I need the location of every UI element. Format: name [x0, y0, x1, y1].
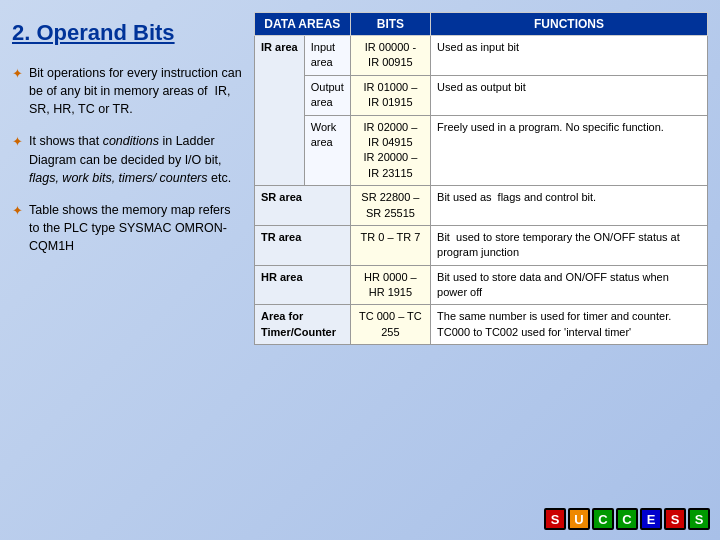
bits-ir-input: IR 00000 -IR 00915 — [350, 36, 430, 76]
bullet-section: ✦ Bit operations for every instruction c… — [12, 64, 242, 255]
table-row: HR area HR 0000 – HR 1915 Bit used to st… — [255, 265, 708, 305]
area-tc: Area forTimer/Counter — [255, 305, 351, 345]
func-ir-output: Used as output bit — [431, 75, 708, 115]
bullet-diamond-3: ✦ — [12, 203, 23, 218]
success-s1: S — [544, 508, 566, 530]
table-row: Outputarea IR 01000 –IR 01915 Used as ou… — [255, 75, 708, 115]
bits-ir-output: IR 01000 –IR 01915 — [350, 75, 430, 115]
success-s2: S — [664, 508, 686, 530]
table-row: Area forTimer/Counter TC 000 – TC 255 Th… — [255, 305, 708, 345]
area-tr: TR area — [255, 225, 351, 265]
func-tr: Bit used to store temporary the ON/OFF s… — [431, 225, 708, 265]
bits-hr: HR 0000 – HR 1915 — [350, 265, 430, 305]
sub-work-area: Workarea — [304, 115, 350, 186]
success-s3: S — [688, 508, 710, 530]
bits-sr: SR 22800 –SR 25515 — [350, 186, 430, 226]
bullet-text-1: Bit operations for every instruction can… — [29, 64, 242, 118]
func-ir-input: Used as input bit — [431, 36, 708, 76]
header-data-areas: DATA AREAS — [255, 13, 351, 36]
success-badge: S U C C E S S — [544, 508, 710, 530]
bits-tr: TR 0 – TR 7 — [350, 225, 430, 265]
table-row: TR area TR 0 – TR 7 Bit used to store te… — [255, 225, 708, 265]
table-row: IR area Inputarea IR 00000 -IR 00915 Use… — [255, 36, 708, 76]
header-functions: FUNCTIONS — [431, 13, 708, 36]
data-table: DATA AREAS BITS FUNCTIONS IR area Inputa… — [254, 12, 708, 345]
bullet-diamond-2: ✦ — [12, 134, 23, 149]
area-ir: IR area — [255, 36, 305, 186]
success-u: U — [568, 508, 590, 530]
bullet-text-2: It shows that conditions in Ladder Diagr… — [29, 132, 242, 186]
func-sr: Bit used as flags and control bit. — [431, 186, 708, 226]
func-tc: The same number is used for timer and co… — [431, 305, 708, 345]
func-hr: Bit used to store data and ON/OFF status… — [431, 265, 708, 305]
header-bits: BITS — [350, 13, 430, 36]
sub-output-area: Outputarea — [304, 75, 350, 115]
area-hr: HR area — [255, 265, 351, 305]
bullet-diamond-1: ✦ — [12, 66, 23, 81]
bullet-text-3: Table shows the memory map refers to the… — [29, 201, 242, 255]
success-c1: C — [592, 508, 614, 530]
success-c2: C — [616, 508, 638, 530]
table-row: Workarea IR 02000 –IR 04915IR 20000 –IR … — [255, 115, 708, 186]
bits-tc: TC 000 – TC 255 — [350, 305, 430, 345]
bullet-item-2: ✦ It shows that conditions in Ladder Dia… — [12, 132, 242, 186]
bullet-item-1: ✦ Bit operations for every instruction c… — [12, 64, 242, 118]
left-panel: 2. Operand Bits ✦ Bit operations for eve… — [12, 12, 242, 528]
func-ir-work: Freely used in a program. No specific fu… — [431, 115, 708, 186]
area-sr: SR area — [255, 186, 351, 226]
success-e: E — [640, 508, 662, 530]
sub-input-area: Inputarea — [304, 36, 350, 76]
bullet-item-3: ✦ Table shows the memory map refers to t… — [12, 201, 242, 255]
table-row: SR area SR 22800 –SR 25515 Bit used as f… — [255, 186, 708, 226]
right-panel: DATA AREAS BITS FUNCTIONS IR area Inputa… — [254, 12, 708, 528]
page-title: 2. Operand Bits — [12, 20, 242, 46]
bits-ir-work: IR 02000 –IR 04915IR 20000 –IR 23115 — [350, 115, 430, 186]
